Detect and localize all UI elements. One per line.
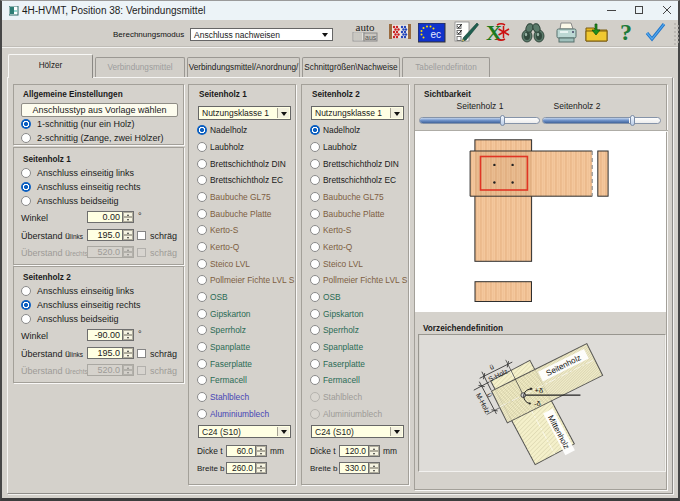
svg-text:?: ?	[620, 21, 632, 44]
svg-text:+δ: +δ	[535, 386, 543, 395]
svg-text:-δ: -δ	[534, 399, 541, 408]
svg-text:ec: ec	[431, 29, 442, 40]
svg-text:aus: aus	[365, 34, 377, 41]
